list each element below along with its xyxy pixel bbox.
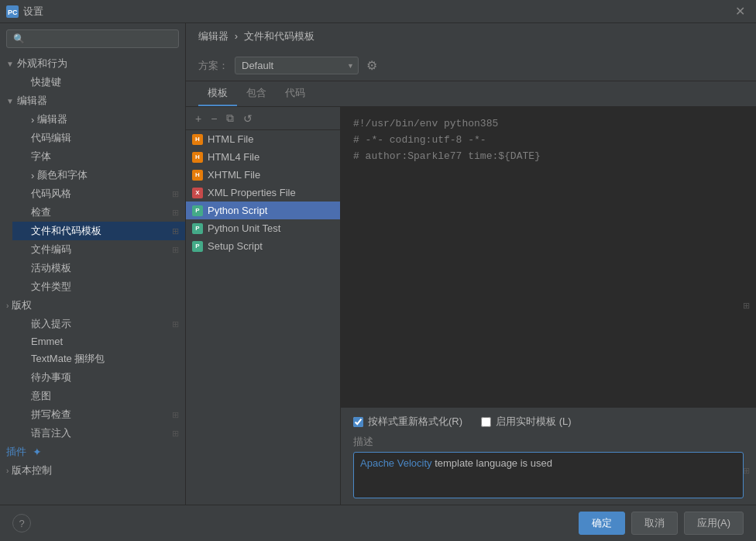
sidebar-item-label: 颜色和字体 (37, 168, 88, 182)
file-item-setup-script[interactable]: P Setup Script (186, 237, 340, 255)
code-line-1: #!/usr/bin/env python385 (353, 118, 498, 129)
breadcrumb-current: 文件和代码模板 (244, 30, 314, 42)
reformat-checkbox[interactable] (353, 417, 363, 427)
sidebar-item-label: 意图 (31, 389, 51, 403)
sidebar-item-emmet[interactable]: Emmet (12, 333, 185, 350)
remove-button[interactable]: − (208, 111, 220, 126)
sidebar-item-color-font[interactable]: › 颜色和字体 (12, 166, 185, 184)
sidebar-item-editor-sub[interactable]: › 编辑器 (12, 110, 185, 129)
confirm-button[interactable]: 确定 (579, 512, 625, 535)
sidebar-item-label: 文件和代码模板 (31, 224, 101, 238)
sidebar-item-label: TextMate 捆绑包 (31, 352, 105, 366)
search-input[interactable] (6, 29, 179, 48)
file-item-label: Python Script (208, 205, 267, 216)
file-item-label: HTML File (208, 133, 253, 145)
sidebar-item-embed-hint[interactable]: 嵌入提示 ⊞ (12, 315, 185, 333)
file-item-python-script[interactable]: P Python Script (186, 202, 340, 219)
sidebar-item-code-edit[interactable]: 代码编辑 (12, 129, 185, 147)
sidebar-item-live-template[interactable]: 活动模板 (12, 259, 185, 277)
description-label: 描述 (353, 435, 744, 449)
code-editor[interactable]: #!/usr/bin/env python385 # -*- coding:ut… (341, 107, 756, 408)
help-button[interactable]: ? (12, 514, 31, 532)
sidebar-item-editor-group[interactable]: ▼ 编辑器 (0, 91, 185, 110)
scheme-row: 方案： Default ⚙ (186, 50, 756, 81)
file-item-label: HTML4 File (208, 151, 259, 163)
cancel-button[interactable]: 取消 (631, 512, 678, 535)
bottom-bar-left: ? (12, 514, 31, 532)
sidebar-item-todo[interactable]: 待办事项 (12, 368, 185, 387)
title-bar: PC 设置 ✕ (0, 0, 756, 23)
sidebar-item-inspection[interactable]: 检查 ⊞ (12, 203, 185, 222)
apply-button[interactable]: 应用(A) (684, 512, 744, 535)
sidebar-item-spelling[interactable]: 拼写检查 ⊞ (12, 405, 185, 424)
apache-velocity-link[interactable]: Apache Velocity (360, 457, 432, 469)
tab-code[interactable]: 代码 (276, 81, 314, 106)
breadcrumb-parent: 编辑器 (198, 30, 229, 42)
sidebar-item-label: 代码编辑 (31, 131, 71, 145)
app-icon: PC (6, 5, 19, 18)
sidebar-item-copyright[interactable]: › 版权 ⊞ (0, 296, 185, 315)
sidebar-item-code-style[interactable]: 代码风格 ⊞ (12, 184, 185, 203)
bottom-bar: ? 确定 取消 应用(A) (0, 505, 756, 541)
file-item-html4[interactable]: H HTML4 File (186, 148, 340, 166)
file-item-label: XHTML File (208, 169, 260, 181)
sidebar-item-label: 活动模板 (31, 261, 71, 275)
gear-button[interactable]: ⚙ (365, 57, 379, 74)
sidebar-item-label: 版本控制 (12, 463, 52, 477)
editor-options: 按样式重新格式化(R) 启用实时模板 (L) (353, 415, 744, 429)
scheme-select[interactable]: Default (235, 57, 359, 74)
sidebar-sub-editor: › 编辑器 代码编辑 字体 › 颜色和字体 代码风格 ⊞ 检查 ⊞ 文件 (0, 110, 185, 296)
editor-area: #!/usr/bin/env python385 # -*- coding:ut… (341, 107, 756, 505)
sidebar-item-label: 快捷键 (31, 75, 61, 89)
tab-label: 代码 (285, 87, 305, 98)
sidebar-item-file-template[interactable]: 文件和代码模板 ⊞ (12, 222, 185, 240)
sidebar-item-font[interactable]: 字体 (12, 147, 185, 166)
sidebar-item-file-type[interactable]: 文件类型 (12, 277, 185, 296)
reformat-checkbox-label[interactable]: 按样式重新格式化(R) (353, 415, 462, 429)
file-item-html[interactable]: H HTML File (186, 130, 340, 148)
sidebar-item-intention[interactable]: 意图 (12, 387, 185, 405)
sidebar-item-textmate[interactable]: TextMate 捆绑包 (12, 350, 185, 368)
tab-label: 模板 (208, 87, 228, 98)
settings-icon: ⊞ (172, 208, 179, 218)
sidebar: ▼ 外观和行为 快捷键 ▼ 编辑器 › 编辑器 代码编辑 字体 › (0, 23, 186, 505)
file-item-xhtml[interactable]: H XHTML File (186, 166, 340, 184)
sidebar-item-appearance[interactable]: ▼ 外观和行为 (0, 54, 185, 73)
file-item-label: XML Properties File (208, 187, 296, 198)
sidebar-item-label: 待办事项 (31, 370, 71, 384)
file-item-python-unit[interactable]: P Python Unit Test (186, 219, 340, 237)
setup-file-icon: P (192, 241, 203, 252)
sidebar-item-language-inject[interactable]: 语言注入 ⊞ (12, 424, 185, 443)
sidebar-item-version-control[interactable]: › 版本控制 ⊞ (0, 461, 185, 480)
py-unit-file-icon: P (192, 223, 203, 234)
editor-bottom: 按样式重新格式化(R) 启用实时模板 (L) 描述 Apache Velocit… (341, 408, 756, 505)
right-panel: 编辑器 › 文件和代码模板 方案： Default ⚙ 模板 包含 代码 (186, 23, 756, 505)
settings-icon: ⊞ (172, 189, 179, 199)
code-line-3: # author:Sparkle77 time:${DATE} (353, 150, 541, 162)
content-area: + − ⧉ ↺ H HTML File H HTML4 File H (186, 107, 756, 505)
tabs-bar: 模板 包含 代码 (186, 81, 756, 107)
close-button[interactable]: ✕ (730, 2, 750, 20)
title-bar-title: 设置 (23, 5, 43, 19)
description-text: template language is used (432, 457, 552, 469)
sidebar-item-shortcuts[interactable]: 快捷键 (12, 73, 185, 91)
copy-button[interactable]: ⧉ (223, 110, 237, 126)
arrow-icon: › (6, 302, 9, 310)
sidebar-item-plugins[interactable]: 插件 ✦ (0, 443, 185, 461)
sidebar-item-file-encoding[interactable]: 文件编码 ⊞ (12, 240, 185, 259)
code-line-2: # -*- coding:utf-8 -*- (353, 134, 486, 146)
tab-includes[interactable]: 包含 (237, 81, 276, 106)
file-item-xml[interactable]: X XML Properties File (186, 184, 340, 202)
sidebar-item-label: 代码风格 (31, 187, 71, 201)
reset-button[interactable]: ↺ (240, 111, 256, 126)
breadcrumb-sep: › (235, 30, 238, 42)
sidebar-item-label: 文件编码 (31, 243, 71, 257)
file-item-label: Python Unit Test (208, 222, 280, 234)
add-button[interactable]: + (192, 111, 204, 126)
plugin-icon: ✦ (33, 446, 42, 458)
tab-templates[interactable]: 模板 (198, 81, 237, 106)
live-template-checkbox-label[interactable]: 启用实时模板 (L) (481, 415, 572, 429)
file-list-toolbar: + − ⧉ ↺ (186, 107, 340, 130)
arrow-icon: › (31, 170, 34, 181)
live-template-checkbox[interactable] (481, 417, 491, 427)
